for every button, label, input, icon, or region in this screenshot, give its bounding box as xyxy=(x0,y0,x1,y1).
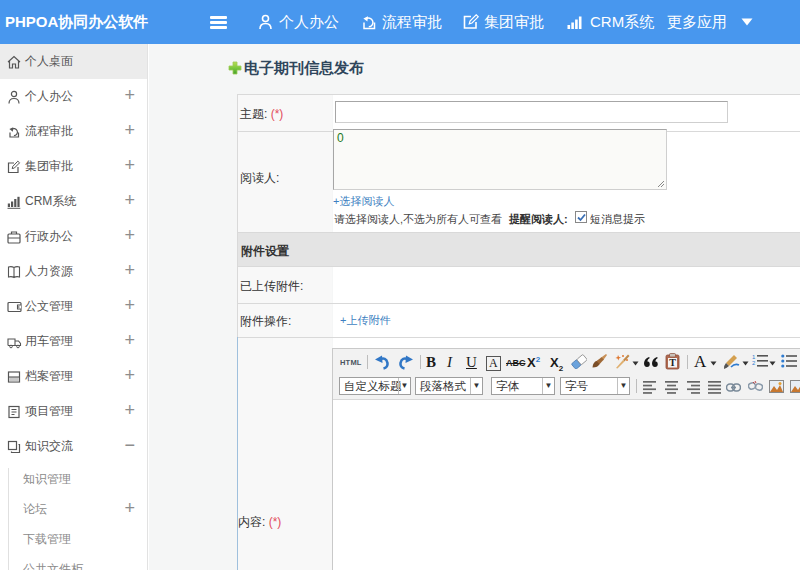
svg-text:2: 2 xyxy=(752,360,756,366)
svg-text:T: T xyxy=(669,357,676,368)
